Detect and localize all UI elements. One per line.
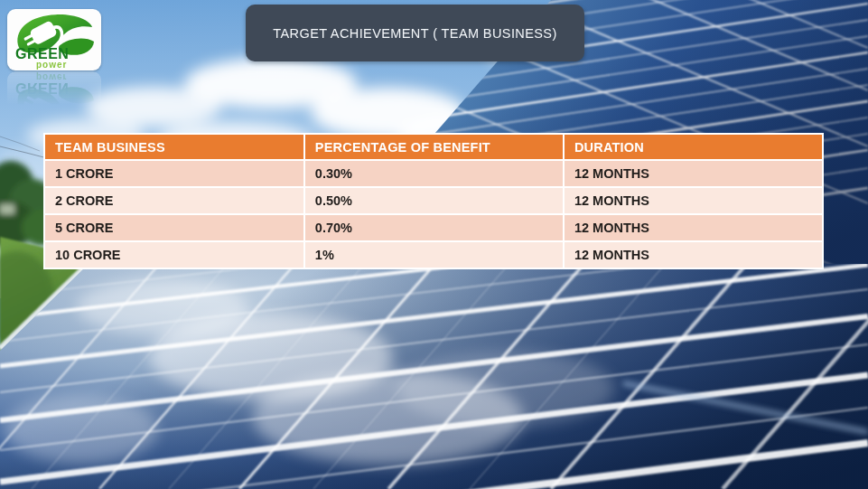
logo-card: GREEN power: [7, 9, 101, 71]
cell-duration: 12 MONTHS: [564, 187, 823, 214]
slide-title: TARGET ACHIEVEMENT ( TEAM BUSINESS): [273, 26, 556, 41]
cell-percentage: 1%: [304, 241, 564, 268]
cell-team-business: 2 CRORE: [44, 187, 304, 214]
cell-duration: 12 MONTHS: [564, 214, 823, 241]
cell-percentage: 0.30%: [304, 160, 564, 187]
column-header-team-business: TEAM BUSINESS: [44, 134, 304, 160]
logo-reflection: GREEN power: [7, 71, 101, 133]
table-row: 5 CRORE 0.70% 12 MONTHS: [44, 214, 823, 241]
cell-percentage: 0.70%: [304, 214, 564, 241]
benefits-table: TEAM BUSINESS PERCENTAGE OF BENEFIT DURA…: [43, 133, 824, 269]
cell-duration: 12 MONTHS: [564, 241, 823, 268]
table-header-row: TEAM BUSINESS PERCENTAGE OF BENEFIT DURA…: [44, 134, 823, 160]
logo-secondary-text: power: [36, 61, 67, 70]
benefits-table-container: TEAM BUSINESS PERCENTAGE OF BENEFIT DURA…: [43, 133, 824, 269]
green-power-logo: GREEN power GREEN power: [7, 9, 101, 133]
cell-team-business: 5 CRORE: [44, 214, 304, 241]
cell-duration: 12 MONTHS: [564, 160, 823, 187]
table-row: 10 CRORE 1% 12 MONTHS: [44, 241, 823, 268]
table-row: 1 CRORE 0.30% 12 MONTHS: [44, 160, 823, 187]
cell-team-business: 10 CRORE: [44, 241, 304, 268]
presentation-slide: GREEN power GREEN power TARGET ACHIEVEME…: [0, 0, 868, 489]
column-header-percentage-of-benefit: PERCENTAGE OF BENEFIT: [304, 134, 564, 160]
slide-title-banner: TARGET ACHIEVEMENT ( TEAM BUSINESS): [246, 5, 584, 61]
cell-team-business: 1 CRORE: [44, 160, 304, 187]
table-row: 2 CRORE 0.50% 12 MONTHS: [44, 187, 823, 214]
column-header-duration: DURATION: [564, 134, 823, 160]
cell-percentage: 0.50%: [304, 187, 564, 214]
